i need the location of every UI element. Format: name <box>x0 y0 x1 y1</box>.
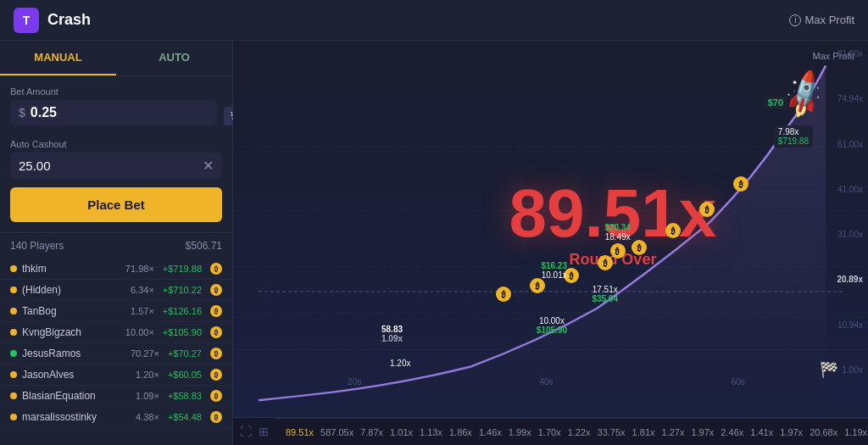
player-name: JesusRamos <box>22 348 125 359</box>
player-row: thkim 71.98× +$719.88 ₿ <box>0 259 232 280</box>
tabs: MANUAL AUTO <box>0 41 232 76</box>
btc-icon: ₿ <box>210 411 222 423</box>
player-mult: 71.98× <box>125 264 154 274</box>
players-count: 140 Players <box>10 240 64 252</box>
btc-icon-2: ₿ <box>530 278 545 293</box>
mult-item: 1.13x <box>420 427 442 437</box>
player-name: TanBog <box>22 305 125 317</box>
x-label-1: 20s <box>348 377 361 387</box>
y-label-1: 81.00x <box>837 49 863 58</box>
place-bet-button[interactable]: Place Bet <box>10 187 222 222</box>
y-label-8: 1.00x <box>837 365 863 375</box>
x-label-2: 40s <box>539 377 553 387</box>
player-win: +$60.05 <box>168 370 202 380</box>
player-dot <box>10 265 17 272</box>
player-mult: 1.09× <box>136 391 159 401</box>
mult-item: 1.97x <box>780 427 803 437</box>
player-dot <box>10 308 17 314</box>
mult-item: 1.97x <box>691 427 714 437</box>
close-icon[interactable]: ✕ <box>203 158 214 174</box>
mult-item: 587.05x <box>320 427 353 437</box>
player-mult: 70.27× <box>131 348 159 359</box>
player-name: (Hidden) <box>22 284 125 296</box>
btc-icon: ₿ <box>210 263 222 275</box>
player-dot <box>10 392 17 399</box>
mult-item: 1.46x <box>479 427 502 437</box>
layout-icon[interactable]: ⊞ <box>259 425 269 438</box>
max-profit-label: Max Profit <box>804 14 854 26</box>
player-win: +$126.16 <box>163 306 202 316</box>
max-profit-area: i Max Profit <box>789 14 854 26</box>
multiplier-bar: 89.51x587.05x7.87x1.01x1.13x1.86x1.46x1.… <box>275 418 868 445</box>
info-icon: i <box>789 14 801 26</box>
mult-item: 20.68x <box>810 427 837 437</box>
page-title: Crash <box>47 11 91 29</box>
y-label-5: 31.00x <box>837 230 863 239</box>
grid-line-2 <box>233 146 868 147</box>
y-label-2: 74.94x <box>837 94 863 103</box>
left-panel: MANUAL AUTO Bet Amount $ ½ 2× Max Auto C… <box>0 41 233 445</box>
mult-item: 7.87x <box>360 427 383 437</box>
player-dot <box>10 329 17 336</box>
dollar-sign: $ <box>19 106 25 120</box>
y-label-7: 10.94x <box>837 320 863 330</box>
btc-icon-5: ₿ <box>632 240 647 255</box>
mult-item: 1.22x <box>568 427 591 437</box>
btc-icon: ₿ <box>210 369 222 381</box>
callout-120: 1.20x <box>390 359 410 368</box>
mult-item: 1.99x <box>509 427 531 437</box>
grid-line-6 <box>233 349 868 350</box>
y-label-3: 61.00x <box>837 140 863 149</box>
rocket-icon: 🚀 <box>776 67 833 123</box>
mult-item: 1.81x <box>632 427 655 437</box>
callout-5883: 58.831.09x <box>381 325 403 343</box>
btc-icon: ₿ <box>210 326 222 338</box>
player-name: KvngBigzach <box>22 326 120 338</box>
mult-item: 1.27x <box>662 427 685 437</box>
player-dot <box>10 371 17 378</box>
player-win: +$710.22 <box>163 285 202 295</box>
fullscreen-icon[interactable]: ⛶ <box>240 425 252 438</box>
tab-auto[interactable]: AUTO <box>116 41 232 75</box>
player-name: JasonAlves <box>22 369 131 381</box>
x-axis: 20s 40s 60s <box>259 377 834 387</box>
main-area: MANUAL AUTO Bet Amount $ ½ 2× Max Auto C… <box>0 41 868 445</box>
callout-1000: 10.00x $105.90 <box>537 316 567 335</box>
btc-icon-8: ₿ <box>733 176 748 192</box>
player-win: +$70.27 <box>168 348 202 359</box>
bet-amount-input[interactable] <box>31 105 209 120</box>
player-win: +$719.88 <box>163 264 202 274</box>
game-area: Max Profit <box>233 41 868 417</box>
mult-item: 1.70x <box>538 427 561 437</box>
mult-item: 2.46x <box>721 427 743 437</box>
mult-item: 33.75x <box>598 427 626 437</box>
player-win: +$58.83 <box>168 391 202 401</box>
bottom-icons: ⛶ ⊞ <box>233 418 275 445</box>
player-mult: 6.34× <box>131 285 154 295</box>
btc-icon-1: ₿ <box>496 286 511 302</box>
btc-icon-7: ₿ <box>699 202 715 217</box>
player-row: BlasianEquation 1.09× +$58.83 ₿ <box>0 386 232 407</box>
callout-70: $70 <box>764 96 787 109</box>
callout-1751: 17.51x $35.04 <box>592 285 618 303</box>
player-dot <box>10 286 17 293</box>
y-label-6: 20.89x <box>837 275 863 284</box>
mult-item: 1.41x <box>750 427 773 437</box>
header-left: T Crash <box>14 8 91 33</box>
player-name: BlasianEquation <box>22 390 131 402</box>
callout-1623: $16.23 10.01x <box>541 261 567 280</box>
x-label-3: 60s <box>732 377 745 387</box>
header: T Crash i Max Profit <box>0 0 868 41</box>
screen-bottom: ⛶ ⊞ 89.51x587.05x7.87x1.01x1.13x1.86x1.4… <box>233 417 868 445</box>
btc-icon: ₿ <box>210 390 222 402</box>
auto-cashout-input[interactable] <box>19 159 203 173</box>
app-logo: T <box>14 8 39 33</box>
btc-icon-6: ₿ <box>665 223 681 238</box>
player-mult: 10.00× <box>125 327 154 337</box>
auto-cashout-label: Auto Cashout <box>10 139 222 149</box>
tab-manual[interactable]: MANUAL <box>0 41 116 75</box>
player-row: (Hidden) 6.34× +$710.22 ₿ <box>0 280 232 301</box>
btc-icon: ₿ <box>210 284 222 296</box>
btc-icon: ₿ <box>210 348 222 359</box>
player-row: TanBog 1.57× +$126.16 ₿ <box>0 301 232 322</box>
